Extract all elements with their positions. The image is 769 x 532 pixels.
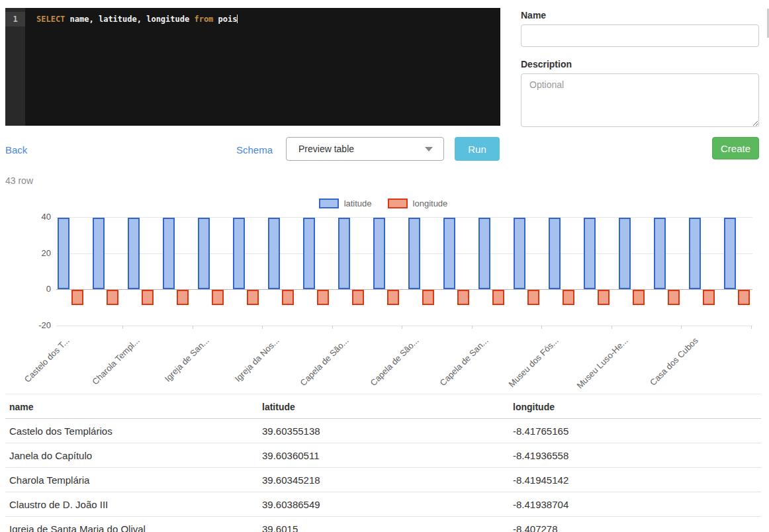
table-cell: -8.41765165: [513, 419, 761, 443]
table-cell: -8.41938704: [513, 492, 761, 517]
text-cursor: [237, 15, 238, 23]
bar-longitude[interactable]: [633, 290, 645, 305]
bar-longitude[interactable]: [422, 290, 434, 305]
column-header-name: name: [5, 394, 262, 419]
editor-line-number: 1: [5, 12, 25, 26]
bar-longitude[interactable]: [387, 290, 399, 305]
table-row: Claustro de D. João III39.60386549-8.419…: [5, 492, 761, 517]
bar-latitude[interactable]: [443, 218, 455, 289]
bar-longitude[interactable]: [212, 290, 224, 305]
x-axis-tick: [122, 326, 123, 329]
table-row: Charola Templária39.60345218-8.41945142: [5, 468, 761, 492]
bar-longitude[interactable]: [738, 290, 750, 305]
gridline--20: [56, 326, 752, 326]
bar-longitude[interactable]: [317, 290, 329, 305]
bar-longitude[interactable]: [527, 290, 539, 305]
legend-item-latitude: latitude: [319, 199, 372, 208]
bar-longitude[interactable]: [142, 290, 154, 305]
x-axis-tick: [751, 326, 752, 329]
bar-longitude[interactable]: [563, 290, 574, 305]
y-axis-label-40: 40: [9, 212, 51, 222]
legend-item-longitude: longitude: [388, 199, 448, 208]
code-token-keyword: from: [194, 15, 213, 24]
y-axis-label-20: 20: [9, 248, 51, 258]
table-cell: -8.407278: [513, 517, 761, 532]
bar-latitude[interactable]: [478, 218, 490, 289]
gridline-20: [56, 253, 752, 254]
table-row: Castelo dos Templários39.60355138-8.4176…: [5, 419, 761, 443]
preview-table-select[interactable]: Preview table: [286, 137, 444, 161]
table-cell: Janela do Capítulo: [5, 443, 262, 468]
bar-longitude[interactable]: [177, 290, 189, 305]
bar-latitude[interactable]: [724, 218, 736, 289]
table-row: Janela do Capítulo39.60360511-8.41936558: [5, 443, 761, 468]
bar-latitude[interactable]: [198, 218, 210, 289]
table-cell: Igreja de Santa Maria do Olival: [5, 517, 262, 532]
preview-table-select-value: Preview table: [287, 144, 425, 154]
chevron-down-icon: [425, 147, 433, 152]
name-input[interactable]: [521, 24, 759, 47]
bar-longitude[interactable]: [703, 290, 715, 305]
result-table: namelatitudelongitude Castelo dos Templá…: [5, 394, 761, 532]
bar-longitude[interactable]: [71, 290, 83, 305]
bar-latitude[interactable]: [233, 218, 245, 289]
column-header-latitude: latitude: [262, 394, 513, 419]
table-header-row: namelatitudelongitude: [5, 394, 761, 419]
back-link[interactable]: Back: [5, 144, 27, 155]
bar-longitude[interactable]: [492, 290, 504, 305]
x-axis-tick: [193, 326, 193, 329]
x-axis-tick: [402, 326, 402, 329]
bar-latitude[interactable]: [689, 218, 701, 289]
legend-label: latitude: [344, 199, 372, 208]
bar-latitude[interactable]: [549, 218, 561, 289]
create-button[interactable]: Create: [712, 137, 759, 159]
table-cell: -8.41936558: [513, 443, 761, 468]
name-label: Name: [521, 10, 546, 21]
bar-latitude[interactable]: [128, 218, 140, 289]
table-cell: Charola Templária: [5, 468, 262, 492]
bar-latitude[interactable]: [338, 218, 350, 289]
legend-swatch-latitude: [319, 199, 339, 208]
sql-editor[interactable]: 1 SELECT name, latitude, longitude from …: [5, 8, 500, 126]
row-count-status: 43 row: [5, 175, 33, 186]
bar-longitude[interactable]: [282, 290, 294, 305]
bar-latitude[interactable]: [58, 218, 69, 289]
description-label: Description: [521, 59, 572, 69]
bar-latitude[interactable]: [408, 218, 420, 289]
x-axis-tick: [472, 326, 473, 329]
run-button[interactable]: Run: [455, 137, 500, 161]
x-axis-tick: [611, 326, 612, 329]
bar-latitude[interactable]: [514, 218, 525, 289]
chart-legend: latitudelongitude: [5, 199, 761, 208]
bar-latitude[interactable]: [93, 218, 105, 289]
bar-longitude[interactable]: [247, 290, 259, 305]
table-cell: Claustro de D. João III: [5, 492, 262, 517]
schema-link[interactable]: Schema: [236, 144, 273, 155]
y-axis-label--20: -20: [9, 320, 51, 330]
y-axis-label-0: 0: [9, 284, 51, 294]
table-cell: 39.60355138: [262, 419, 513, 443]
bar-latitude[interactable]: [163, 218, 175, 289]
x-axis-tick: [681, 326, 682, 329]
bar-longitude[interactable]: [457, 290, 469, 305]
gridline-0: [56, 289, 752, 290]
table-row: Igreja de Santa Maria do Olival39.6015-8…: [5, 517, 761, 532]
bar-longitude[interactable]: [668, 290, 680, 305]
bar-latitude[interactable]: [373, 218, 385, 289]
bar-latitude[interactable]: [268, 218, 280, 289]
table-cell: 39.60345218: [262, 468, 513, 492]
code-line[interactable]: SELECT name, latitude, longitude from po…: [36, 12, 238, 26]
bar-latitude[interactable]: [303, 218, 315, 289]
x-axis-tick: [541, 326, 542, 329]
description-textarea[interactable]: [521, 73, 759, 127]
table-cell: -8.41945142: [513, 468, 761, 492]
legend-label: longitude: [413, 199, 448, 208]
bar-longitude[interactable]: [352, 290, 364, 305]
bar-latitude[interactable]: [654, 218, 666, 289]
table-cell: 39.6015: [262, 517, 513, 532]
bar-latitude[interactable]: [584, 218, 596, 289]
bar-longitude[interactable]: [107, 290, 118, 305]
x-axis-tick: [332, 326, 333, 329]
bar-longitude[interactable]: [598, 290, 610, 305]
bar-latitude[interactable]: [619, 218, 631, 289]
